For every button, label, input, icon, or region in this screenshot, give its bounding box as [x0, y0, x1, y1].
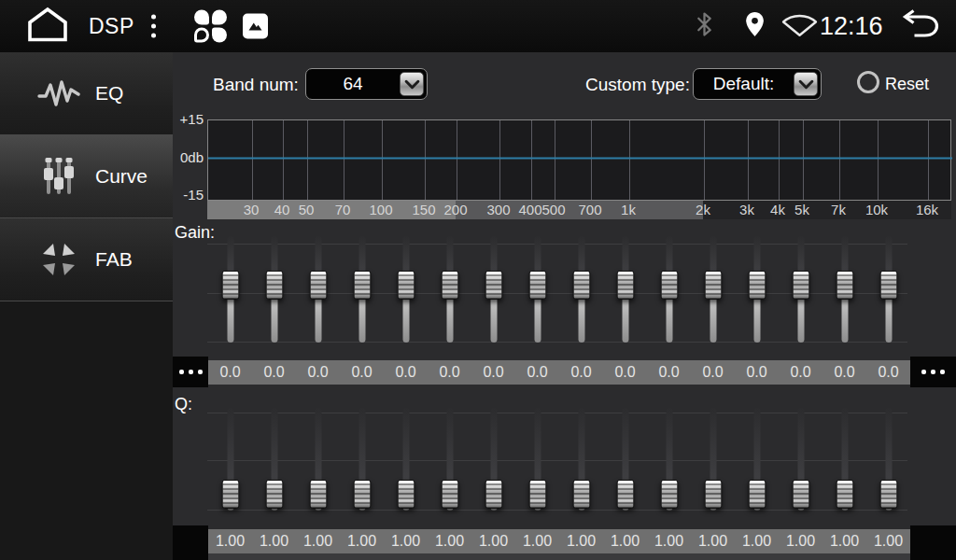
slider-track-upper — [666, 236, 672, 273]
freq-tick-label: 3k — [739, 201, 754, 219]
gain-slider-handle[interactable] — [221, 271, 239, 300]
gain-slider-15[interactable] — [822, 236, 866, 343]
q-slider-handle[interactable] — [836, 480, 853, 509]
gain-slider-3[interactable] — [296, 236, 340, 343]
q-slider-handle[interactable] — [792, 480, 809, 509]
q-slider-handle[interactable] — [309, 480, 327, 509]
gain-slider-5[interactable] — [384, 236, 428, 343]
gain-slider-handle[interactable] — [792, 271, 809, 300]
q-slider-handle[interactable] — [221, 480, 239, 509]
q-slider-handle[interactable] — [704, 480, 722, 509]
gain-slider-13[interactable] — [735, 236, 779, 343]
q-slider-16[interactable] — [866, 408, 910, 511]
sidebar-item-fab[interactable]: FAB — [0, 218, 173, 301]
gain-slider-handle[interactable] — [309, 271, 327, 300]
gain-slider-handle[interactable] — [397, 271, 415, 300]
gain-next-bands-button[interactable] — [910, 357, 956, 387]
q-slider-9[interactable] — [559, 408, 603, 511]
gain-slider-handle[interactable] — [353, 271, 371, 300]
q-slider-3[interactable] — [296, 408, 340, 511]
gain-slider-4[interactable] — [340, 236, 384, 343]
home-icon[interactable] — [25, 6, 70, 47]
gain-slider-12[interactable] — [691, 236, 735, 343]
q-slider-handle[interactable] — [441, 480, 458, 509]
q-slider-handle[interactable] — [485, 480, 502, 509]
gain-value: 0.0 — [647, 360, 691, 385]
q-slider-handle[interactable] — [748, 480, 766, 509]
app-drawer-icon[interactable] — [194, 10, 227, 43]
gain-slider-handle[interactable] — [836, 271, 853, 300]
q-slider-handle[interactable] — [572, 480, 590, 509]
gain-slider-handle[interactable] — [748, 271, 766, 300]
gain-slider-handle[interactable] — [704, 271, 722, 300]
q-slider-13[interactable] — [735, 408, 779, 511]
q-slider-15[interactable] — [822, 408, 866, 511]
gain-slider-2[interactable] — [252, 236, 296, 343]
sidebar-item-curve[interactable]: Curve — [0, 135, 173, 218]
q-slider-handle[interactable] — [397, 480, 415, 509]
gain-slider-11[interactable] — [647, 236, 691, 343]
q-value: 1.00 — [252, 529, 296, 553]
slider-track-upper — [710, 408, 716, 483]
q-slider-handle[interactable] — [879, 480, 897, 509]
q-slider-1[interactable] — [208, 408, 252, 511]
custom-type-chevron-button[interactable] — [794, 72, 818, 96]
gain-value: 0.0 — [735, 360, 779, 385]
q-next-bands-button[interactable] — [910, 525, 956, 560]
q-slider-7[interactable] — [471, 408, 515, 511]
gain-slider-6[interactable] — [428, 236, 471, 343]
waveform-icon — [37, 77, 80, 110]
reset-radio-button[interactable] — [857, 71, 879, 93]
gain-slider-1[interactable] — [208, 236, 252, 343]
q-slider-handle[interactable] — [265, 480, 283, 509]
gain-slider-10[interactable] — [603, 236, 647, 343]
q-prev-bands-button[interactable] — [173, 525, 208, 560]
gain-slider-handle[interactable] — [616, 271, 634, 300]
gain-slider-handle[interactable] — [528, 271, 546, 300]
app-title: DSP — [89, 14, 134, 39]
eq-graph[interactable] — [207, 119, 951, 201]
band-num-value: 64 — [306, 74, 400, 94]
gain-slider-8[interactable] — [515, 236, 559, 343]
gain-value: 0.0 — [428, 360, 471, 385]
gain-slider-7[interactable] — [471, 236, 515, 343]
gain-slider-handle[interactable] — [441, 271, 458, 300]
back-icon[interactable] — [896, 9, 940, 43]
band-num-dropdown[interactable]: 64 — [305, 68, 428, 100]
custom-type-dropdown[interactable]: Default: — [693, 68, 822, 100]
q-slider-2[interactable] — [252, 408, 296, 511]
q-value: 1.00 — [428, 529, 471, 553]
freq-tick-label: 40 — [274, 201, 290, 219]
slider-track-upper — [666, 408, 672, 483]
q-slider-11[interactable] — [647, 408, 691, 511]
q-slider-14[interactable] — [779, 408, 822, 511]
q-slider-12[interactable] — [691, 408, 735, 511]
gain-slider-handle[interactable] — [660, 271, 678, 300]
slider-track-upper — [402, 236, 409, 273]
gain-slider-9[interactable] — [559, 236, 603, 343]
gain-slider-handle[interactable] — [572, 271, 590, 300]
q-slider-10[interactable] — [603, 408, 647, 511]
q-slider-handle[interactable] — [528, 480, 546, 509]
q-slider-handle[interactable] — [353, 480, 371, 509]
q-slider-handle[interactable] — [616, 480, 634, 509]
gain-slider-16[interactable] — [866, 236, 910, 343]
band-num-chevron-button[interactable] — [400, 72, 424, 96]
bluetooth-icon — [695, 12, 714, 41]
q-slider-5[interactable] — [384, 408, 428, 511]
kebab-menu-icon[interactable] — [151, 15, 156, 38]
gain-slider-handle[interactable] — [879, 271, 897, 300]
gain-value: 0.0 — [384, 360, 428, 385]
sidebar-item-eq[interactable]: EQ — [0, 52, 173, 135]
q-slider-6[interactable] — [428, 408, 471, 511]
q-slider-4[interactable] — [340, 408, 384, 511]
q-slider-8[interactable] — [515, 408, 559, 511]
q-slider-handle[interactable] — [660, 480, 678, 509]
gain-slider-handle[interactable] — [485, 271, 502, 300]
gallery-icon[interactable] — [243, 14, 268, 39]
gain-slider-14[interactable] — [779, 236, 822, 343]
sidebar: EQCurveFAB — [0, 52, 173, 560]
gain-prev-bands-button[interactable] — [173, 357, 208, 387]
gain-slider-handle[interactable] — [265, 271, 283, 300]
band-num-label: Band num: — [213, 74, 299, 95]
